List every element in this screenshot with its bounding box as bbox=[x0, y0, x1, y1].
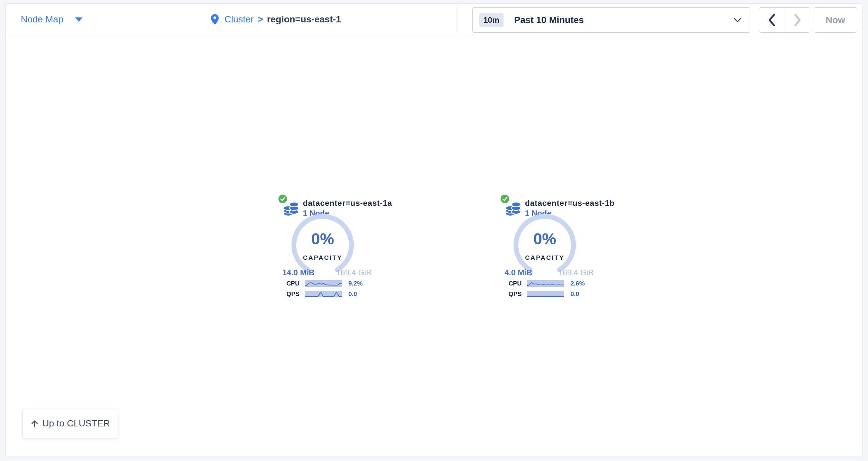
metric-value: 0.0 bbox=[348, 290, 357, 298]
metric-label: QPS bbox=[277, 290, 300, 298]
metric-row-cpu: CPU 9.2% bbox=[277, 280, 379, 287]
datacenter-title: datacenter=us-east-1b bbox=[525, 199, 615, 208]
capacity-total: 169.4 GiB bbox=[336, 268, 371, 277]
up-to-cluster-label: Up to CLUSTER bbox=[42, 418, 110, 429]
step-forward-button[interactable] bbox=[785, 7, 810, 32]
metric-label: CPU bbox=[499, 280, 522, 287]
metric-value: 2.6% bbox=[570, 280, 585, 287]
capacity-percent: 0% bbox=[512, 230, 578, 248]
header: Node Map Cluster > region=us-east-1 10m … bbox=[6, 4, 862, 35]
check-circle-icon bbox=[278, 194, 288, 204]
capacity-caption: CAPACITY bbox=[512, 254, 578, 261]
metric-label: QPS bbox=[499, 290, 522, 298]
breadcrumb-separator: > bbox=[258, 14, 263, 25]
datacenter-card[interactable]: datacenter=us-east-1b 1 Node 0% CAPACITY… bbox=[499, 193, 601, 308]
breadcrumb: Cluster > region=us-east-1 bbox=[211, 4, 341, 35]
metric-value: 9.2% bbox=[348, 280, 363, 287]
step-back-button[interactable] bbox=[759, 7, 785, 32]
breadcrumb-current: region=us-east-1 bbox=[267, 14, 341, 25]
map-pin-icon bbox=[211, 14, 219, 25]
time-range-badge: 10m bbox=[479, 13, 503, 27]
cpu-sparkline bbox=[527, 280, 564, 287]
datacenter-title: datacenter=us-east-1a bbox=[303, 199, 392, 208]
qps-sparkline bbox=[305, 291, 342, 297]
chevron-left-icon bbox=[768, 13, 776, 27]
capacity-used: 4.0 MiB bbox=[504, 268, 532, 277]
metric-row-qps: QPS 0.0 bbox=[499, 290, 601, 298]
view-dropdown-label: Node Map bbox=[21, 14, 63, 25]
up-to-cluster-button[interactable]: Up to CLUSTER bbox=[23, 409, 118, 438]
capacity-usage: 14.0 MiB 169.4 GiB bbox=[282, 268, 371, 277]
chevron-down-icon bbox=[75, 18, 82, 22]
view-dropdown[interactable]: Node Map bbox=[21, 4, 82, 35]
metric-value: 0.0 bbox=[570, 290, 579, 298]
datacenter-card[interactable]: datacenter=us-east-1a 1 Node 0% CAPACITY… bbox=[277, 193, 379, 308]
capacity-used: 14.0 MiB bbox=[282, 268, 314, 277]
time-range-select[interactable]: 10m Past 10 Minutes bbox=[472, 7, 750, 33]
metric-row-qps: QPS 0.0 bbox=[277, 290, 379, 298]
check-circle-icon bbox=[500, 194, 510, 204]
node-map-canvas: datacenter=us-east-1a 1 Node 0% CAPACITY… bbox=[6, 36, 862, 456]
breadcrumb-cluster-link[interactable]: Cluster bbox=[224, 14, 254, 25]
cpu-sparkline bbox=[305, 280, 342, 287]
metric-row-cpu: CPU 2.6% bbox=[499, 280, 601, 287]
node-map-panel: Node Map Cluster > region=us-east-1 10m … bbox=[5, 3, 863, 456]
capacity-usage: 4.0 MiB 169.4 GiB bbox=[504, 268, 593, 277]
arrow-up-icon bbox=[30, 419, 39, 428]
chevron-down-icon bbox=[734, 18, 741, 22]
time-step-buttons bbox=[759, 7, 810, 33]
qps-sparkline bbox=[527, 291, 564, 297]
time-range-label: Past 10 Minutes bbox=[514, 15, 734, 25]
metric-label: CPU bbox=[277, 280, 300, 287]
capacity-percent: 0% bbox=[290, 230, 355, 248]
capacity-caption: CAPACITY bbox=[290, 254, 355, 261]
capacity-total: 169.4 GiB bbox=[558, 268, 593, 277]
chevron-right-icon bbox=[793, 13, 802, 27]
now-button[interactable]: Now bbox=[814, 7, 857, 33]
header-divider bbox=[456, 7, 457, 32]
